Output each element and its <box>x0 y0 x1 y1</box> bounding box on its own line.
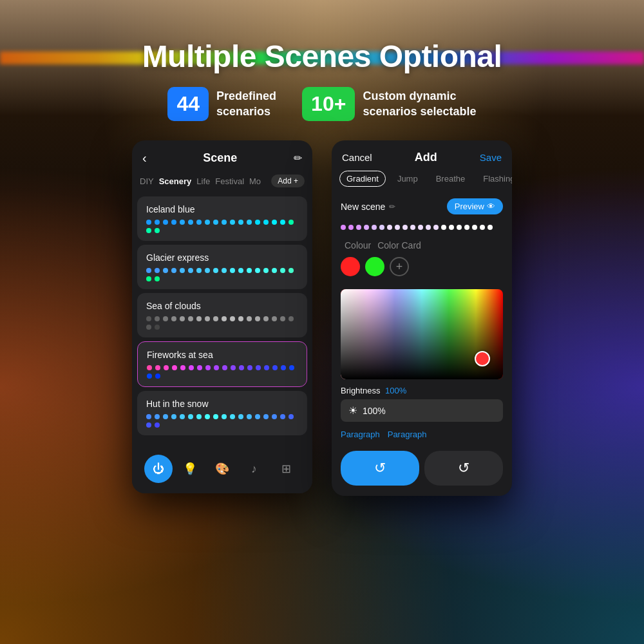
scene-name-hut: Hut in the snow <box>146 399 298 409</box>
dot <box>196 316 202 321</box>
left-phone: ‹ Scene ✏ DIY Scenery Life Festival Mo A… <box>132 140 312 493</box>
tab-festival[interactable]: Festival <box>215 176 244 186</box>
control-primary-button[interactable]: ↺ <box>341 451 419 486</box>
dot <box>280 268 285 273</box>
preview-button[interactable]: Preview 👁 <box>447 198 503 214</box>
tab-gradient[interactable]: Gradient <box>339 171 386 187</box>
music-button[interactable]: ♪ <box>240 455 269 483</box>
edit-scene-name-icon[interactable]: ✏ <box>389 202 395 211</box>
power-button[interactable]: ⏻ <box>144 455 173 483</box>
dot <box>205 268 210 273</box>
save-button[interactable]: Save <box>480 152 502 163</box>
bulb-button[interactable]: 💡 <box>176 455 204 483</box>
dot <box>171 414 176 419</box>
scene-item-fireworks[interactable]: Fireworks at sea <box>137 341 307 387</box>
cancel-button[interactable]: Cancel <box>342 152 372 163</box>
dot <box>213 316 218 321</box>
control-secondary-button[interactable]: ↺ <box>424 451 503 486</box>
dot <box>230 414 235 419</box>
tab-life[interactable]: Life <box>196 176 210 186</box>
dot <box>289 316 294 321</box>
scene-name-glacier: Glacier express <box>146 252 298 263</box>
dot <box>147 365 152 370</box>
brightness-slider[interactable]: ☀ 100% <box>341 399 503 422</box>
dot <box>146 228 151 233</box>
tab-flashing[interactable]: Flashing <box>477 171 512 186</box>
grid-button[interactable]: ⊞ <box>272 455 300 483</box>
dot <box>197 365 202 370</box>
dot <box>171 220 176 225</box>
colour-text: Colour <box>345 240 371 251</box>
dot <box>247 220 252 225</box>
dot <box>488 225 493 230</box>
dot <box>196 268 202 273</box>
dot <box>155 268 160 273</box>
brightness-section: Brightness 100% ☀ 100% <box>332 379 512 426</box>
add-scene-header: Cancel Add Save <box>332 140 512 171</box>
palette-button[interactable]: 🎨 <box>208 455 236 483</box>
dot <box>146 268 151 273</box>
bottom-nav: ⏻ 💡 🎨 ♪ ⊞ <box>132 444 312 493</box>
dot <box>155 325 160 330</box>
swatch-green[interactable] <box>365 257 384 276</box>
dot <box>155 374 160 379</box>
color-card-text[interactable]: Color Card <box>377 240 421 251</box>
gradient-preview-dots <box>332 220 512 235</box>
dot <box>180 414 185 419</box>
brightness-value: 100% <box>385 386 406 395</box>
color-picker-black-overlay <box>341 289 503 379</box>
dot <box>247 268 252 273</box>
color-cursor[interactable] <box>475 351 490 366</box>
dot <box>464 225 469 230</box>
dot <box>255 316 260 321</box>
dot <box>155 365 160 370</box>
tab-breathe[interactable]: Breathe <box>430 171 472 186</box>
dot <box>230 316 235 321</box>
dot <box>180 316 185 321</box>
scene-item-iceland[interactable]: Iceland blue <box>137 196 307 241</box>
swatch-red[interactable] <box>341 257 360 276</box>
dot <box>238 220 243 225</box>
dot <box>188 268 193 273</box>
paragraph-section: Paragraph Paragraph <box>332 426 512 446</box>
dot <box>155 276 160 281</box>
dot <box>441 225 446 230</box>
tab-mo[interactable]: Mo <box>249 176 261 186</box>
colour-swatches: + <box>341 257 503 276</box>
back-button[interactable]: ‹ <box>142 151 147 166</box>
dot <box>188 414 193 419</box>
stats-row: 44 Predefinedscenarios 10+ Custom dynami… <box>167 87 476 121</box>
dot <box>387 225 392 230</box>
dot <box>238 414 243 419</box>
dot <box>410 225 415 230</box>
dot <box>480 225 485 230</box>
predefined-badge: 44 <box>167 87 209 121</box>
add-plus-button[interactable]: Add + <box>271 175 305 187</box>
dot <box>163 220 168 225</box>
scene-item-hut[interactable]: Hut in the snow <box>137 391 307 435</box>
dot <box>289 268 294 273</box>
scene-item-glacier[interactable]: Glacier express <box>137 245 307 289</box>
scene-tabs: DIY Scenery Life Festival Mo Add + <box>132 171 312 191</box>
dot <box>155 316 160 321</box>
color-picker[interactable] <box>341 289 503 379</box>
dot <box>256 365 261 370</box>
add-swatch-button[interactable]: + <box>390 257 409 276</box>
edit-button[interactable]: ✏ <box>294 152 302 164</box>
scene-item-sea-clouds[interactable]: Sea of clouds <box>137 293 307 337</box>
dot <box>272 365 278 370</box>
mode-tabs: Gradient Jump Breathe Flashing ⊞ <box>332 171 512 193</box>
dot <box>379 225 384 230</box>
dot <box>213 414 218 419</box>
tab-scenery[interactable]: Scenery <box>159 176 192 186</box>
dot <box>155 228 160 233</box>
eye-icon: 👁 <box>487 202 495 211</box>
dot <box>163 316 168 321</box>
dots-hut <box>146 414 298 428</box>
tab-diy[interactable]: DIY <box>140 176 154 186</box>
dot <box>426 225 431 230</box>
dot <box>239 365 244 370</box>
scene-list: Iceland blue <box>132 191 312 440</box>
tab-jump[interactable]: Jump <box>391 171 424 186</box>
paragraph-value[interactable]: Paragraph <box>388 430 427 439</box>
